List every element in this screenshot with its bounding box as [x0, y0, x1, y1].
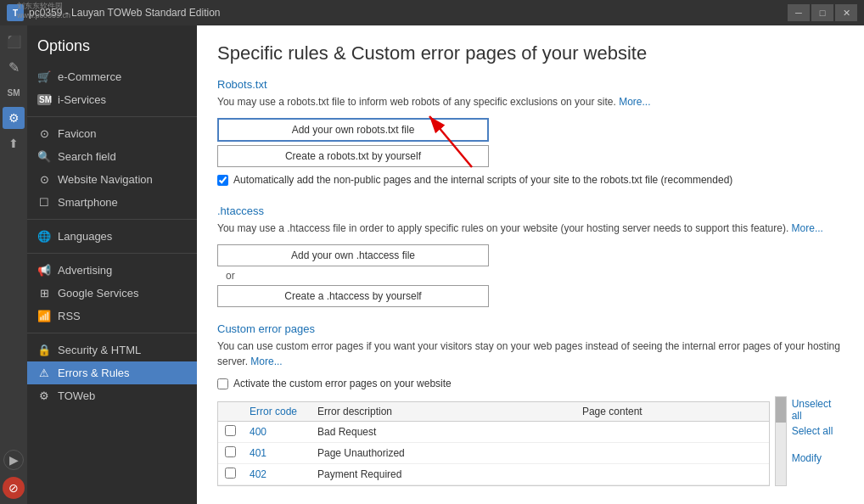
error-table: Error code Error description Page conten…	[218, 402, 769, 485]
smartphone-icon: ☐	[37, 196, 51, 209]
scrollbar-thumb[interactable]	[776, 397, 786, 423]
sidebar-divider-3	[27, 253, 197, 254]
error-table-container: Error code Error description Page conten…	[217, 401, 770, 486]
error-code-402: 402	[243, 464, 311, 485]
or-text: or	[217, 270, 844, 282]
page-title: Specific rules & Custom error pages of y…	[217, 42, 844, 64]
security-icon: 🔒	[37, 344, 51, 356]
iconbar-upload[interactable]: ⬆	[3, 132, 25, 154]
window-controls: ─ □ ✕	[788, 4, 857, 21]
row-checkbox-400[interactable]	[225, 425, 236, 436]
error-table-area: Error code Error description Page conten…	[217, 396, 844, 486]
table-row: 402 Payment Required	[218, 464, 769, 485]
rss-icon: 📶	[37, 310, 51, 322]
ecommerce-icon: 🛒	[37, 70, 51, 83]
errors-icon: ⚠	[37, 367, 51, 379]
robots-checkbox-row: Automatically add the non-public pages a…	[217, 174, 844, 186]
error-code-401: 401	[243, 443, 311, 464]
error-desc-401: Page Unauthorized	[311, 443, 575, 464]
sidebar-item-iservices[interactable]: SM i-Services	[27, 88, 197, 111]
sidebar-item-toweb[interactable]: ⚙ TOWeb	[27, 384, 197, 407]
htaccess-description: You may use a .htaccess file in order to…	[217, 221, 844, 236]
custom-error-description: You can use custom error pages if you wa…	[217, 339, 844, 369]
col-header-error-desc: Error description	[311, 402, 575, 422]
table-scrollbar[interactable]	[775, 396, 787, 486]
sidebar-item-advertising[interactable]: 📢 Advertising	[27, 259, 197, 282]
sep-1	[217, 193, 844, 204]
window-title: pc0359 - Lauyan TOWeb Standard Edition	[29, 7, 788, 19]
sidebar-item-google-services[interactable]: ⊞ Google Services	[27, 282, 197, 305]
iconbar-block[interactable]: ⊘	[3, 477, 25, 499]
custom-error-more-link[interactable]: More...	[250, 356, 282, 367]
row-checkbox-401[interactable]	[225, 446, 236, 457]
create-robots-button[interactable]: Create a robots.txt by yourself	[217, 145, 489, 167]
htaccess-section-title: .htaccess	[217, 204, 844, 217]
activate-custom-error-label: Activate the custom error pages on your …	[233, 378, 452, 389]
sidebar-item-rss[interactable]: 📶 RSS	[27, 305, 197, 328]
iconbar-sm[interactable]: SM	[3, 81, 25, 104]
error-desc-402: Payment Required	[311, 464, 575, 485]
error-content-400	[575, 422, 769, 443]
sidebar-header: Options	[27, 31, 197, 65]
advertising-icon: 📢	[37, 264, 51, 277]
add-htaccess-button[interactable]: Add your own .htaccess file	[217, 244, 489, 266]
error-desc-400: Bad Request	[311, 422, 575, 443]
sidebar-item-languages[interactable]: 🌐 Languages	[27, 225, 197, 248]
error-content-402	[575, 464, 769, 485]
minimize-button[interactable]: ─	[788, 4, 810, 21]
error-content-401	[575, 443, 769, 464]
unselect-all-button[interactable]: Unselect all	[792, 398, 844, 422]
activate-custom-error-row: Activate the custom error pages on your …	[217, 378, 844, 389]
htaccess-more-link[interactable]: More...	[792, 222, 823, 234]
row-checkbox-402[interactable]	[225, 468, 236, 479]
table-row: 400 Bad Request	[218, 422, 769, 443]
iconbar-gear[interactable]: ⚙	[3, 107, 25, 129]
error-code-400: 400	[243, 422, 311, 443]
toweb-icon: ⚙	[37, 389, 51, 402]
robots-auto-label: Automatically add the non-public pages a…	[233, 174, 732, 186]
languages-icon: 🌐	[37, 230, 51, 243]
search-field-icon: 🔍	[37, 150, 51, 163]
icon-bar: ⬛ ✎ SM ⚙ ⬆ ▶ ⊘	[0, 25, 27, 504]
app-body: ⬛ ✎ SM ⚙ ⬆ ▶ ⊘ Options 🛒 e-Commerce SM i…	[0, 25, 864, 504]
robots-section-title: Robots.txt	[217, 78, 844, 91]
google-services-icon: ⊞	[37, 287, 51, 300]
sidebar-item-search-field[interactable]: 🔍 Search field	[27, 145, 197, 168]
sidebar-item-favicon[interactable]: ⊙ Favicon	[27, 122, 197, 145]
sidebar: Options 🛒 e-Commerce SM i-Services ⊙ Fav…	[27, 25, 197, 504]
sidebar-item-website-navigation[interactable]: ⊙ Website Navigation	[27, 168, 197, 191]
close-button[interactable]: ✕	[835, 4, 857, 21]
sidebar-divider-4	[27, 333, 197, 333]
robots-more-link[interactable]: More...	[619, 96, 650, 108]
iconbar-home[interactable]: ⬛	[3, 31, 25, 53]
activate-custom-error-checkbox[interactable]	[217, 378, 228, 389]
sidebar-divider-1	[27, 116, 197, 117]
add-robots-button[interactable]: Add your own robots.txt file	[217, 118, 489, 142]
title-bar: T 刘东东软件园 www.pc0359.cn pc0359 - Lauyan T…	[0, 0, 864, 25]
iservices-icon: SM	[37, 94, 51, 105]
col-header-check	[218, 402, 243, 422]
website-nav-icon: ⊙	[37, 173, 51, 186]
maximize-button[interactable]: □	[811, 4, 833, 21]
sidebar-item-ecommerce[interactable]: 🛒 e-Commerce	[27, 65, 197, 88]
table-side-buttons: Unselect all Select all Modify	[792, 396, 844, 486]
sidebar-item-errors-rules[interactable]: ⚠ Errors & Rules	[27, 361, 197, 384]
robots-description: You may use a robots.txt file to inform …	[217, 94, 844, 109]
sidebar-divider-2	[27, 219, 197, 220]
sep-2	[217, 311, 844, 322]
iconbar-play[interactable]: ▶	[3, 450, 24, 470]
robots-auto-checkbox[interactable]	[217, 175, 228, 186]
table-row: 401 Page Unauthorized	[218, 443, 769, 464]
col-header-page-content: Page content	[575, 402, 769, 422]
custom-error-section-title: Custom error pages	[217, 322, 844, 335]
iconbar-edit[interactable]: ✎	[3, 56, 25, 78]
create-htaccess-button[interactable]: Create a .htaccess by yourself	[217, 285, 489, 307]
select-all-button[interactable]: Select all	[792, 425, 844, 437]
watermark: 刘东东软件园 www.pc0359.cn	[17, 2, 70, 20]
col-header-error-code: Error code	[243, 402, 311, 422]
favicon-icon: ⊙	[37, 127, 51, 140]
sidebar-item-smartphone[interactable]: ☐ Smartphone	[27, 191, 197, 214]
sidebar-item-security-html[interactable]: 🔒 Security & HTML	[27, 339, 197, 361]
main-content: Specific rules & Custom error pages of y…	[197, 25, 864, 504]
modify-button[interactable]: Modify	[792, 452, 844, 464]
